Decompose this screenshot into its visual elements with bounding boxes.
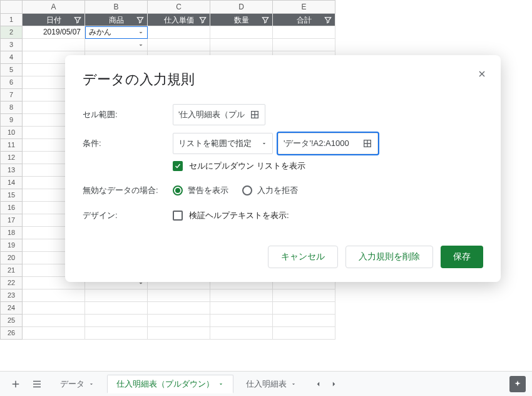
all-sheets-button[interactable] [26, 375, 48, 393]
tab-active-pulldown[interactable]: 仕入明細表（プルダウン） [107, 375, 233, 393]
label-criteria: 条件: [83, 138, 173, 149]
grid-icon[interactable] [362, 138, 372, 148]
radio-icon [242, 185, 252, 195]
grid-icon[interactable] [250, 110, 260, 120]
label-design: デザイン: [83, 210, 173, 221]
show-helptext-checkbox[interactable] [173, 211, 183, 221]
caret-down-icon [88, 381, 95, 387]
criteria-select[interactable]: リストを範囲で指定 [173, 133, 273, 154]
show-dropdown-checkbox[interactable] [173, 161, 183, 171]
save-button[interactable]: 保存 [441, 246, 483, 268]
caret-down-icon [261, 140, 267, 147]
radio-warn[interactable]: 警告を表示 [173, 185, 228, 196]
tab-other[interactable]: 仕入明細表 [237, 375, 305, 393]
cancel-button[interactable]: キャンセル [268, 246, 338, 268]
show-dropdown-label: セルにプルダウン リストを表示 [189, 160, 305, 172]
criteria-range-input[interactable]: 'データ'!A2:A1000 [278, 133, 378, 154]
radio-reject[interactable]: 入力を拒否 [242, 185, 298, 196]
show-helptext-label: 検証ヘルプテキストを表示: [189, 210, 289, 221]
data-validation-dialog: データの入力規則 セル範囲: '仕入明細表（プル 条件: リストを範囲で指定 '… [65, 55, 501, 282]
tab-scroll-left[interactable] [314, 380, 323, 388]
add-sheet-button[interactable] [5, 375, 26, 393]
explore-button[interactable] [509, 376, 526, 392]
cell-range-input[interactable]: '仕入明細表（プル [173, 104, 265, 125]
tab-scroll-right[interactable] [329, 380, 338, 388]
label-invalid: 無効なデータの場合: [83, 185, 173, 196]
remove-validation-button[interactable]: 入力規則を削除 [345, 246, 433, 268]
caret-down-icon [218, 381, 224, 387]
radio-icon [173, 185, 183, 195]
caret-down-icon [290, 381, 297, 387]
sheet-tab-bar: データ 仕入明細表（プルダウン） 仕入明細表 [0, 371, 532, 396]
label-cell-range: セル範囲: [83, 109, 173, 120]
tab-data[interactable]: データ [51, 375, 103, 393]
close-button[interactable] [473, 65, 491, 83]
dialog-title: データの入力規則 [83, 70, 483, 89]
